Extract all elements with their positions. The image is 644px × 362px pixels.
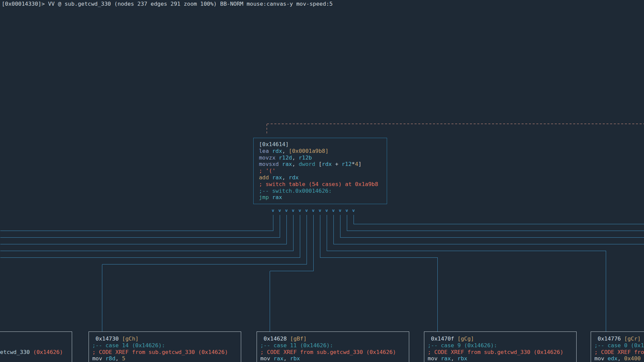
asm-line: ;-- case 11 (0x14626):: [260, 342, 409, 349]
asm-line: ;-- switch.0x00014626:: [259, 188, 387, 194]
arrowhead-icon: v: [312, 208, 315, 213]
asm-line: lea rdx, [0x0001a9b8]: [259, 148, 387, 155]
asm-line: ;-- case 9 (0x14626):: [428, 342, 576, 349]
asm-line: ; CODE XREF from sub.getcwd_330 (0x14626…: [260, 349, 409, 356]
asm-line: mov rax, rbx: [260, 355, 409, 362]
graph-canvas[interactable]: vvvvvvvvvvvvv [0x14614]lea rdx, [0x0001a…: [0, 0, 644, 362]
block-0x14628[interactable]: 0x14628 [gBf];-- case 11 (0x14626):; COD…: [257, 331, 409, 362]
block-0x14776[interactable]: 0x14776 [gCr];-- case 0 (0x14626):; CODE…: [591, 331, 644, 362]
arrowhead-icon: v: [278, 208, 281, 213]
asm-line: jmp rax: [259, 194, 387, 201]
asm-line: 0x14628 [gBf]: [260, 336, 409, 342]
asm-line: movsxd rax, dword [rdx + r12*4]: [259, 161, 387, 168]
block-partial-left[interactable]: ; CODE XREF from sub.getcwd_330 (0x14626…: [0, 331, 72, 362]
asm-line: 0x1470f [gCg]: [428, 336, 576, 342]
arrowhead-icon: v: [292, 208, 294, 213]
asm-line: ; CODE XREF from sub.getcwd_330 (0x14626…: [594, 349, 644, 356]
arrowhead-icon: v: [299, 208, 301, 213]
block-0x14614[interactable]: [0x14614]lea rdx, [0x0001a9b8]movzx r12d…: [253, 138, 387, 204]
arrowhead-icon: v: [285, 208, 288, 213]
arrowhead-icon: v: [319, 208, 321, 213]
block-0x14730[interactable]: 0x14730 [gCh];-- case 14 (0x14626):; COD…: [89, 331, 241, 362]
arrowhead-icon: v: [339, 208, 341, 213]
asm-line: mov r8d, 5: [92, 355, 241, 362]
arrowhead-icon: v: [345, 208, 348, 213]
asm-line: [0x14614]: [259, 141, 387, 148]
asm-line: ;-- case 14 (0x14626):: [92, 342, 241, 349]
arrowhead-icon: v: [305, 208, 308, 213]
asm-line: ;-- case 0 (0x14626):: [594, 342, 644, 349]
asm-line: 0x14730 [gCh]: [92, 336, 241, 342]
arrowhead-icon: v: [272, 208, 274, 213]
asm-line: mov rax, rbx: [428, 355, 576, 362]
asm-line: 0x14776 [gCr]: [594, 336, 644, 342]
block-0x1470f[interactable]: 0x1470f [gCg];-- case 9 (0x14626):; CODE…: [424, 331, 577, 362]
asm-line: ; CODE XREF from sub.getcwd_330 (0x14626…: [428, 349, 576, 356]
asm-line: mov edx, 0x400: [594, 355, 644, 362]
arrowhead-icon: v: [352, 208, 355, 213]
asm-line: ; '(': [259, 168, 387, 174]
arrowhead-icon: v: [325, 208, 328, 213]
asm-line: add rax, rdx: [259, 174, 387, 181]
status-bar: [0x00014330]> VV @ sub.getcwd_330 (nodes…: [2, 1, 333, 7]
asm-line: ; switch table (54 cases) at 0x1a9b8: [259, 181, 387, 188]
asm-line: movzx r12d, r12b: [259, 155, 387, 161]
asm-line: [0, 355, 72, 362]
asm-line: [0, 336, 72, 342]
arrowhead-icon: v: [332, 208, 335, 213]
asm-line: ; CODE XREF from sub.getcwd_330 (0x14626…: [92, 349, 241, 356]
asm-line: [0, 342, 72, 349]
asm-line: ; CODE XREF from sub.getcwd_330 (0x14626…: [0, 349, 72, 356]
